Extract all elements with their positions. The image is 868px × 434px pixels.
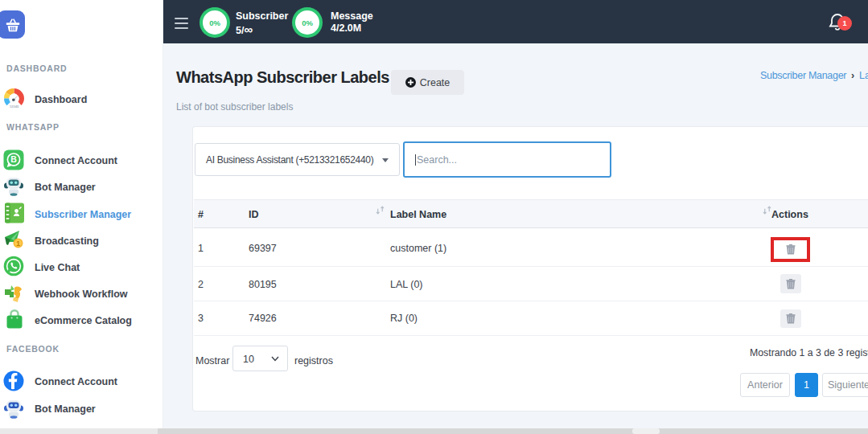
svg-text:B: B [10, 154, 17, 164]
svg-text:1: 1 [16, 240, 20, 248]
svg-text:12345: 12345 [10, 104, 19, 108]
